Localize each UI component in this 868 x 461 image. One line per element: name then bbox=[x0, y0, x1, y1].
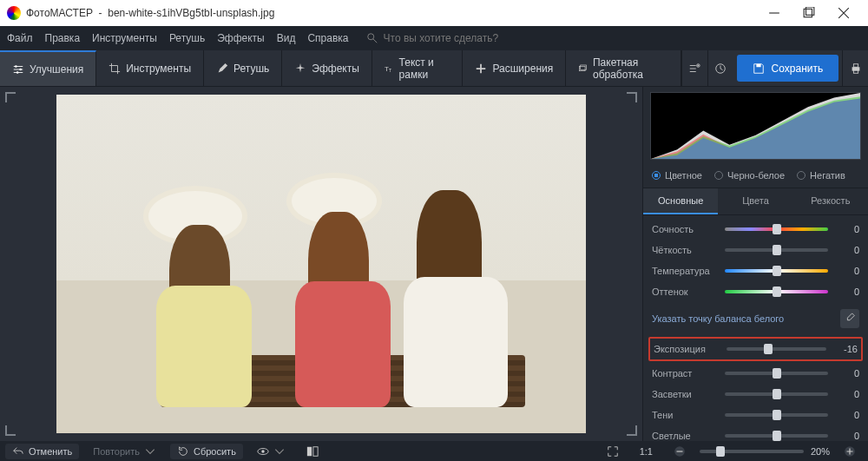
menu-retouch[interactable]: Ретушь bbox=[169, 32, 205, 44]
zoom-slider[interactable] bbox=[700, 450, 804, 453]
undo-button[interactable]: Отменить bbox=[5, 444, 79, 459]
eyedropper-button[interactable] bbox=[840, 309, 859, 328]
white-balance-link[interactable]: Указать точку баланса белого bbox=[643, 302, 868, 335]
before-after-button[interactable] bbox=[250, 444, 293, 459]
slider-thumb[interactable] bbox=[773, 410, 781, 420]
tab-retouch-label: Ретушь bbox=[233, 63, 269, 75]
slider-value[interactable]: 0 bbox=[835, 286, 859, 297]
slider-thumb[interactable] bbox=[773, 266, 781, 276]
menu-help[interactable]: Справка bbox=[307, 32, 348, 44]
slider-thumb[interactable] bbox=[773, 389, 781, 399]
tab-effects[interactable]: Эффекты bbox=[282, 50, 372, 86]
slider-track[interactable] bbox=[725, 372, 828, 375]
svg-rect-12 bbox=[756, 63, 760, 67]
slider-contrast: Контраст 0 bbox=[643, 363, 868, 384]
brush-icon bbox=[216, 63, 228, 75]
slider-value[interactable]: 0 bbox=[835, 389, 859, 399]
print-icon bbox=[850, 63, 862, 75]
sliders-icon bbox=[12, 63, 24, 76]
svg-text:T: T bbox=[389, 68, 392, 73]
photo-preview bbox=[56, 95, 586, 433]
slider-track[interactable] bbox=[725, 290, 828, 293]
search-input[interactable] bbox=[384, 32, 557, 44]
subtab-basic[interactable]: Основные bbox=[643, 188, 718, 214]
redo-label: Повторить bbox=[93, 446, 140, 457]
radio-icon bbox=[714, 171, 723, 180]
svg-rect-14 bbox=[853, 63, 858, 67]
maximize-button[interactable] bbox=[792, 0, 826, 26]
tab-batch[interactable]: Пакетная обработка bbox=[566, 50, 681, 86]
sparkle-icon bbox=[294, 63, 306, 75]
presets-button[interactable] bbox=[681, 50, 707, 86]
zoom-in-button[interactable] bbox=[837, 444, 863, 459]
color-mode-radio-group: Цветное Черно-белое Негатив bbox=[643, 163, 868, 188]
plus-icon bbox=[844, 445, 856, 458]
slider-value[interactable]: 0 bbox=[835, 368, 859, 379]
undo-label: Отменить bbox=[29, 446, 72, 457]
slider-value[interactable]: -16 bbox=[833, 344, 858, 354]
save-button[interactable]: Сохранить bbox=[737, 55, 839, 82]
slider-track[interactable] bbox=[725, 434, 828, 438]
menu-view[interactable]: Вид bbox=[277, 32, 296, 44]
minimize-button[interactable] bbox=[757, 0, 792, 26]
print-button[interactable] bbox=[842, 50, 868, 86]
tab-extensions[interactable]: Расширения bbox=[463, 50, 566, 86]
subtab-sharp[interactable]: Резкость bbox=[793, 188, 868, 214]
slider-label: Сочность bbox=[652, 224, 718, 234]
zoom-1to1-button[interactable]: 1:1 bbox=[633, 445, 660, 458]
slider-label: Чёткость bbox=[652, 245, 718, 255]
search-box[interactable] bbox=[366, 32, 557, 44]
tab-retouch[interactable]: Ретушь bbox=[204, 50, 282, 86]
menu-tools[interactable]: Инструменты bbox=[92, 32, 157, 44]
slider-highlights: Засветки 0 bbox=[643, 384, 868, 405]
zoom-out-button[interactable] bbox=[667, 444, 693, 459]
mode-bw[interactable]: Черно-белое bbox=[714, 170, 785, 181]
history-button[interactable] bbox=[707, 50, 733, 86]
menu-file[interactable]: Файл bbox=[7, 32, 33, 44]
slider-value[interactable]: 0 bbox=[835, 245, 859, 255]
svg-rect-18 bbox=[307, 446, 312, 456]
slider-thumb[interactable] bbox=[773, 224, 781, 234]
slider-thumb[interactable] bbox=[764, 344, 773, 354]
radio-icon bbox=[797, 171, 806, 180]
menu-edit[interactable]: Правка bbox=[45, 32, 81, 44]
mode-color-label: Цветное bbox=[665, 170, 702, 181]
slider-thumb[interactable] bbox=[773, 245, 781, 255]
svg-rect-0 bbox=[804, 9, 812, 16]
slider-value[interactable]: 0 bbox=[835, 410, 859, 420]
slider-track[interactable] bbox=[727, 347, 826, 351]
redo-button[interactable]: Повторить bbox=[86, 444, 163, 459]
menu-effects[interactable]: Эффекты bbox=[217, 32, 265, 44]
slider-track[interactable] bbox=[725, 227, 828, 231]
slider-thumb[interactable] bbox=[716, 446, 725, 457]
slider-thumb[interactable] bbox=[773, 431, 781, 441]
tab-enhancements[interactable]: Улучшения bbox=[0, 50, 96, 86]
fit-screen-button[interactable] bbox=[600, 444, 626, 459]
slider-track[interactable] bbox=[725, 269, 828, 273]
subtab-colors[interactable]: Цвета bbox=[718, 188, 792, 214]
compare-button[interactable] bbox=[299, 444, 326, 459]
slider-track[interactable] bbox=[725, 413, 828, 417]
slider-thumb[interactable] bbox=[773, 368, 781, 379]
slider-label: Контраст bbox=[652, 368, 718, 379]
slider-track[interactable] bbox=[725, 392, 828, 396]
slider-track[interactable] bbox=[725, 248, 828, 252]
mode-neg[interactable]: Негатив bbox=[797, 170, 845, 181]
slider-value[interactable]: 0 bbox=[835, 266, 859, 276]
chevron-down-icon bbox=[273, 445, 286, 458]
tab-tools[interactable]: Инструменты bbox=[96, 50, 204, 86]
sliders-list: Сочность 0 Чёткость 0 Температура 0 Отте… bbox=[643, 215, 868, 441]
tab-text-frames[interactable]: TT Текст и рамки bbox=[372, 50, 464, 86]
slider-value[interactable]: 0 bbox=[835, 431, 859, 441]
mode-color[interactable]: Цветное bbox=[652, 170, 702, 181]
slider-thumb[interactable] bbox=[773, 286, 781, 297]
slider-exposure: Экспозиция -16 bbox=[648, 337, 863, 361]
canvas-area[interactable] bbox=[0, 87, 642, 441]
svg-rect-19 bbox=[313, 446, 318, 456]
histogram-icon bbox=[651, 93, 860, 159]
close-button[interactable] bbox=[826, 0, 861, 26]
reset-button[interactable]: Сбросить bbox=[170, 444, 243, 459]
mode-bw-label: Черно-белое bbox=[727, 170, 785, 181]
slider-value[interactable]: 0 bbox=[835, 224, 859, 234]
adjust-subtabs: Основные Цвета Резкость bbox=[643, 188, 868, 215]
